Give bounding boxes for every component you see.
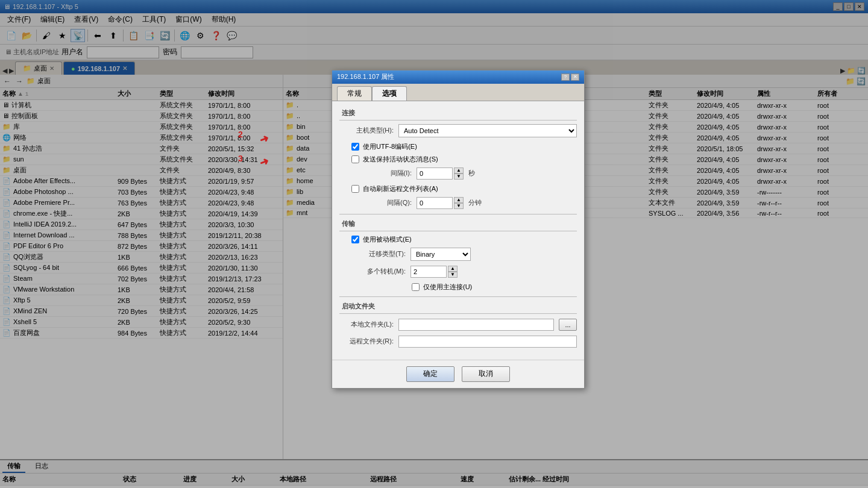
host-type-row: 主机类型(H): Auto Detect Unix Windows VxWork… [339, 124, 577, 137]
keepalive-label: 发送保持活动状态消息(S) [363, 155, 438, 164]
dialog-help-button[interactable]: ? [561, 74, 570, 81]
startup-section: 启动文件夹 本地文件夹(L): ... 远程文件夹(R): [339, 302, 577, 348]
properties-dialog: 192.168.1.107 属性 ? ✕ 常规 选项 连接 主机类型(H): [332, 70, 585, 389]
dialog-tab-options[interactable]: 选项 [372, 86, 407, 101]
dialog-title-text: 192.168.1.107 属性 [337, 72, 394, 81]
ok-button[interactable]: 确定 [406, 366, 454, 382]
interval-input[interactable] [417, 167, 453, 180]
section-divider-1 [339, 214, 577, 214]
local-folder-input[interactable] [398, 319, 554, 331]
interval2-unit: 分钟 [468, 198, 482, 207]
utf8-label: 使用UTF-8编码(E) [363, 142, 417, 151]
host-type-label: 主机类型(H): [339, 126, 394, 135]
autorefresh-checkbox-row: 自动刷新远程文件列表(A) [351, 184, 577, 193]
single-conn-checkbox[interactable] [412, 283, 420, 291]
host-type-select[interactable]: Auto Detect Unix Windows VxWorks [398, 124, 577, 137]
transfer-type-label: 迁移类型(T): [351, 249, 406, 258]
dialog-tabs: 常规 选项 [332, 84, 584, 101]
interval-down[interactable]: ▼ [454, 174, 464, 180]
autorefresh-checkbox[interactable] [351, 185, 359, 193]
remote-folder-input[interactable] [398, 336, 577, 348]
multi-conn-label: 多个转机(M): [351, 267, 406, 276]
keepalive-checkbox[interactable] [351, 155, 359, 163]
interval2-input[interactable] [417, 197, 453, 209]
autorefresh-label: 自动刷新远程文件列表(A) [363, 184, 438, 193]
multi-conn-row: 多个转机(M): ▲ ▼ [351, 266, 577, 278]
interval-row: 间隔(I): ▲ ▼ 秒 [357, 167, 577, 180]
interval2-row: 间隔(Q): ▲ ▼ 分钟 [357, 197, 577, 209]
passive-label: 使用被动模式(E) [363, 235, 412, 244]
keepalive-checkbox-row: 发送保持活动状态消息(S) [351, 155, 577, 164]
utf8-checkbox[interactable] [351, 143, 359, 151]
dialog-body: 连接 主机类型(H): Auto Detect Unix Windows VxW… [332, 101, 584, 360]
multi-conn-up[interactable]: ▲ [448, 266, 458, 272]
interval-spinner: ▲ ▼ [417, 167, 464, 180]
multi-conn-spinner: ▲ ▼ [410, 266, 458, 278]
transfer-type-row: 迁移类型(T): Binary ASCII Auto [351, 248, 577, 261]
transfer-label: 传输 [342, 220, 355, 227]
interval2-spinner: ▲ ▼ [417, 197, 464, 209]
dialog-title-bar: 192.168.1.107 属性 ? ✕ [332, 70, 584, 84]
remote-folder-label: 远程文件夹(R): [339, 337, 394, 346]
local-browse-button[interactable]: ... [559, 319, 577, 331]
connection-label: 连接 [342, 109, 355, 116]
section-divider-2 [339, 296, 577, 297]
multi-conn-down[interactable]: ▼ [448, 272, 458, 278]
interval-up[interactable]: ▲ [454, 167, 464, 174]
passive-checkbox-row: 使用被动模式(E) [351, 235, 577, 244]
transfer-type-select[interactable]: Binary ASCII Auto [410, 248, 471, 261]
remote-folder-row: 远程文件夹(R): [339, 336, 577, 348]
transfer-section: 传输 使用被动模式(E) 迁移类型(T): Binary ASCII Auto [339, 219, 577, 292]
dialog-overlay: 192.168.1.107 属性 ? ✕ 常规 选项 连接 主机类型(H): [0, 0, 868, 488]
dialog-tab-general[interactable]: 常规 [337, 86, 372, 101]
cancel-button[interactable]: 取消 [462, 366, 510, 382]
dialog-footer: 确定 取消 [332, 360, 584, 388]
interval2-down[interactable]: ▼ [454, 203, 464, 209]
single-conn-checkbox-row: 仅使用主连接(U) [412, 283, 577, 292]
multi-conn-input[interactable] [410, 266, 447, 278]
dialog-close-button[interactable]: ✕ [571, 74, 579, 81]
connection-section: 连接 主机类型(H): Auto Detect Unix Windows VxW… [339, 108, 577, 209]
interval-label: 间隔(I): [357, 169, 412, 178]
single-conn-label: 仅使用主连接(U) [423, 283, 472, 292]
local-folder-label: 本地文件夹(L): [339, 320, 394, 329]
interval2-label: 间隔(Q): [357, 198, 412, 207]
local-folder-row: 本地文件夹(L): ... [339, 319, 577, 331]
interval-unit: 秒 [468, 169, 475, 178]
utf8-checkbox-row: 使用UTF-8编码(E) [351, 142, 577, 151]
interval2-up[interactable]: ▲ [454, 197, 464, 203]
startup-label: 启动文件夹 [342, 302, 375, 310]
passive-checkbox[interactable] [351, 236, 359, 243]
